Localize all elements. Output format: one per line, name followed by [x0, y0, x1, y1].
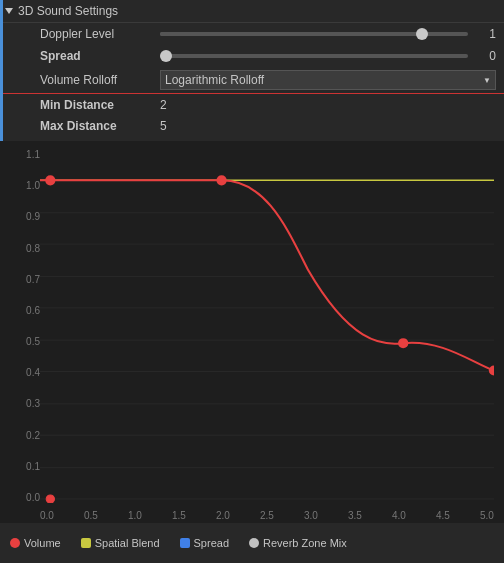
x-label-45: 4.5 [436, 510, 450, 521]
x-axis-labels: 0.0 0.5 1.0 1.5 2.0 2.5 3.0 3.5 4.0 4.5 … [40, 510, 494, 521]
legend: Volume Spatial Blend Spread Reverb Zone … [0, 523, 504, 563]
legend-spread-dot [180, 538, 190, 548]
svg-point-13 [45, 175, 55, 185]
volume-rolloff-dropdown[interactable]: Logarithmic Rolloff ▼ [160, 70, 496, 90]
svg-point-15 [398, 338, 408, 348]
x-label-30: 3.0 [304, 510, 318, 521]
y-label-10: 1.0 [26, 180, 40, 191]
y-label-01: 0.1 [26, 461, 40, 472]
y-label-11: 1.1 [26, 149, 40, 160]
legend-volume: Volume [10, 537, 61, 549]
max-distance-label: Max Distance [40, 119, 160, 133]
x-label-25: 2.5 [260, 510, 274, 521]
legend-spatial-blend-label: Spatial Blend [95, 537, 160, 549]
y-label-03: 0.3 [26, 398, 40, 409]
spread-slider-container: 0 [160, 49, 496, 63]
y-label-02: 0.2 [26, 430, 40, 441]
y-label-05: 0.5 [26, 336, 40, 347]
spread-thumb[interactable] [160, 50, 172, 62]
legend-spread-label: Spread [194, 537, 229, 549]
settings-rows: Doppler Level 1 Spread 0 Volume [0, 23, 504, 137]
chart-svg[interactable] [40, 149, 494, 503]
x-label-15: 1.5 [172, 510, 186, 521]
legend-reverb-label: Reverb Zone Mix [263, 537, 347, 549]
y-label-07: 0.7 [26, 274, 40, 285]
doppler-level-track[interactable] [160, 32, 468, 36]
spread-row: Spread 0 [0, 45, 504, 67]
x-label-10: 1.0 [128, 510, 142, 521]
y-label-04: 0.4 [26, 367, 40, 378]
x-label-50: 5.0 [480, 510, 494, 521]
y-label-08: 0.8 [26, 243, 40, 254]
spread-label: Spread [40, 49, 160, 63]
spread-track[interactable] [160, 54, 468, 58]
y-axis-labels: 1.1 1.0 0.9 0.8 0.7 0.6 0.5 0.4 0.3 0.2 … [6, 149, 40, 503]
doppler-level-label: Doppler Level [40, 27, 160, 41]
x-label-40: 4.0 [392, 510, 406, 521]
x-label-20: 2.0 [216, 510, 230, 521]
svg-point-14 [216, 175, 226, 185]
dropdown-arrow-icon: ▼ [483, 76, 491, 85]
legend-spatial-blend-dot [81, 538, 91, 548]
min-distance-label: Min Distance [40, 98, 160, 112]
volume-rolloff-label: Volume Rolloff [40, 73, 160, 87]
doppler-level-slider-container: 1 [160, 27, 496, 41]
y-label-00: 0.0 [26, 492, 40, 503]
panel: 3D Sound Settings Doppler Level 1 Spread [0, 0, 504, 563]
legend-volume-dot [10, 538, 20, 548]
x-label-35: 3.5 [348, 510, 362, 521]
min-distance-value[interactable]: 2 [160, 98, 496, 112]
section-header[interactable]: 3D Sound Settings [0, 0, 504, 23]
doppler-level-row: Doppler Level 1 [0, 23, 504, 45]
doppler-level-value: 1 [476, 27, 496, 41]
volume-rolloff-value: Logarithmic Rolloff [165, 73, 264, 87]
chart-area: 1.1 1.0 0.9 0.8 0.7 0.6 0.5 0.4 0.3 0.2 … [0, 141, 504, 563]
legend-spatial-blend: Spatial Blend [81, 537, 160, 549]
volume-rolloff-row: Volume Rolloff Logarithmic Rolloff ▼ [0, 67, 504, 93]
min-distance-row: Min Distance 2 [0, 93, 504, 115]
svg-point-17 [46, 495, 54, 503]
legend-reverb-dot [249, 538, 259, 548]
collapse-icon [5, 8, 13, 14]
max-distance-value[interactable]: 5 [160, 119, 496, 133]
max-distance-row: Max Distance 5 [0, 115, 504, 137]
y-label-09: 0.9 [26, 211, 40, 222]
legend-spread: Spread [180, 537, 229, 549]
doppler-level-thumb[interactable] [416, 28, 428, 40]
y-label-06: 0.6 [26, 305, 40, 316]
section-title: 3D Sound Settings [18, 4, 118, 18]
x-label-00: 0.0 [40, 510, 54, 521]
legend-volume-label: Volume [24, 537, 61, 549]
spread-value: 0 [476, 49, 496, 63]
doppler-level-fill [160, 32, 422, 36]
x-label-05: 0.5 [84, 510, 98, 521]
legend-reverb: Reverb Zone Mix [249, 537, 347, 549]
